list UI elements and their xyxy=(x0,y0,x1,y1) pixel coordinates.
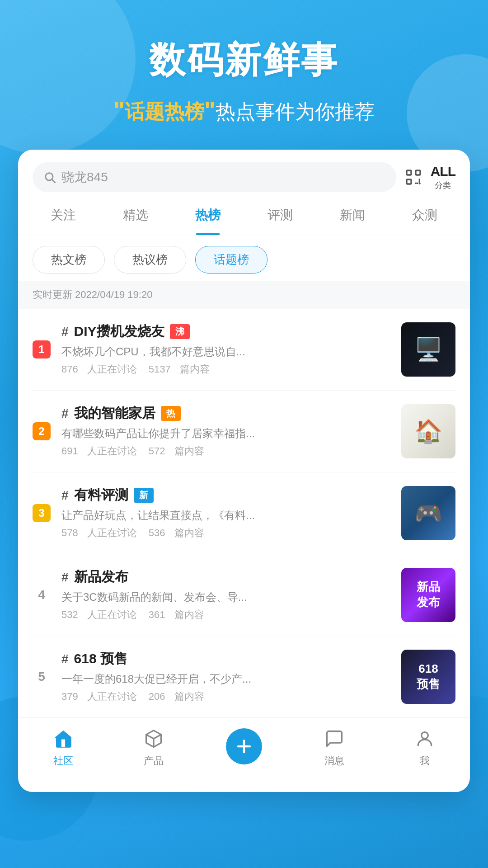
topic-desc-1: 不烧坏几个CPU，我都不好意思说自... xyxy=(61,344,390,359)
topic-item-4[interactable]: 4 # 新品发布 关于3C数码新品的新闻、发布会、导... 532人正在讨论 3… xyxy=(33,554,455,636)
nav-community[interactable]: 社区 xyxy=(18,727,108,768)
nav-add[interactable] xyxy=(199,728,289,766)
topic-img-4: 新品发布 xyxy=(401,568,455,622)
topic-name-3: 有料评测 xyxy=(74,486,128,505)
topic-title-row-4: # 新品发布 xyxy=(61,568,390,586)
scan-icon[interactable] xyxy=(404,167,423,187)
nav-community-label: 社区 xyxy=(53,754,73,768)
tab-review[interactable]: 评测 xyxy=(260,201,300,229)
topic-desc-3: 让产品好玩点，让结果直接点，《有料... xyxy=(61,508,390,523)
nav-messages[interactable]: 消息 xyxy=(289,727,380,768)
topic-content-2: # 我的智能家居 热 有哪些数码产品让你提升了居家幸福指... 691人正在讨论… xyxy=(61,404,390,458)
topic-name-5: 618 预售 xyxy=(74,650,127,668)
nav-messages-label: 消息 xyxy=(324,754,344,768)
topic-stats-3: 578人正在讨论 536篇内容 xyxy=(61,526,390,540)
quote-close: " xyxy=(204,97,216,123)
search-bar: 骁龙845 ALL 分类 xyxy=(18,150,470,201)
topic-name-2: 我的智能家居 xyxy=(74,404,155,423)
articles-4: 361篇内容 xyxy=(149,609,204,620)
search-icon xyxy=(43,171,56,184)
tab-follow[interactable]: 关注 xyxy=(43,201,83,229)
rank-badge-5: 5 xyxy=(33,668,51,686)
rank-badge-1: 1 xyxy=(33,340,51,359)
nav-products[interactable]: 产品 xyxy=(108,727,199,768)
topic-item-1[interactable]: 1 # DIY攒机发烧友 沸 不烧坏几个CPU，我都不好意思说自... 876人… xyxy=(33,309,455,391)
tab-crowdtest[interactable]: 众测 xyxy=(405,201,445,229)
topic-content-5: # 618 预售 一年一度的618大促已经开启，不少产... 379人正在讨论 … xyxy=(61,650,390,703)
topic-img-5: 618预售 xyxy=(401,650,455,704)
topic-title-row-3: # 有料评测 新 xyxy=(61,486,390,505)
topic-content-4: # 新品发布 关于3C数码新品的新闻、发布会、导... 532人正在讨论 361… xyxy=(61,568,390,622)
svg-point-13 xyxy=(422,732,428,739)
header-section: 数码新鲜事 "话题热榜"热点事件为你推荐 xyxy=(0,0,488,150)
svg-rect-2 xyxy=(407,170,411,175)
articles-1: 5137篇内容 xyxy=(149,363,210,375)
update-time: 实时更新 2022/04/19 19:20 xyxy=(18,281,470,309)
rank-badge-3: 3 xyxy=(33,504,51,522)
topic-stats-4: 532人正在讨论 361篇内容 xyxy=(61,608,390,622)
nav-products-label: 产品 xyxy=(144,754,164,768)
rank-badge-4: 4 xyxy=(33,586,51,604)
topic-desc-4: 关于3C数码新品的新闻、发布会、导... xyxy=(61,590,390,604)
hash-icon-3: # xyxy=(61,488,69,503)
articles-5: 206篇内容 xyxy=(149,691,204,702)
message-icon xyxy=(323,727,346,750)
category-label: 分类 xyxy=(435,180,451,191)
hash-icon-4: # xyxy=(61,570,69,585)
topic-item-3[interactable]: 3 # 有料评测 新 让产品好玩点，让结果直接点，《有料... 578人正在讨论… xyxy=(33,472,455,554)
topic-stats-5: 379人正在讨论 206篇内容 xyxy=(61,690,390,703)
discussing-5: 379人正在讨论 xyxy=(61,691,137,702)
discussing-1: 876人正在讨论 xyxy=(61,363,137,375)
search-input-wrap[interactable]: 骁龙845 xyxy=(33,162,396,192)
topic-stats-2: 691人正在讨论 572篇内容 xyxy=(61,444,390,458)
sub-tab-hot-discuss[interactable]: 热议榜 xyxy=(114,246,186,274)
topic-badge-2: 热 xyxy=(161,406,181,421)
topic-item-2[interactable]: 2 # 我的智能家居 热 有哪些数码产品让你提升了居家幸福指... 691人正在… xyxy=(33,391,455,472)
tab-news[interactable]: 新闻 xyxy=(333,201,372,229)
topic-list: 1 # DIY攒机发烧友 沸 不烧坏几个CPU，我都不好意思说自... 876人… xyxy=(18,309,470,717)
hash-icon-1: # xyxy=(61,325,69,339)
topic-img-1 xyxy=(401,322,455,377)
all-label: ALL xyxy=(431,164,455,179)
svg-rect-4 xyxy=(407,179,411,184)
topic-title-row-1: # DIY攒机发烧友 沸 xyxy=(61,322,390,341)
nav-profile-label: 我 xyxy=(420,754,430,768)
topic-content-3: # 有料评测 新 让产品好玩点，让结果直接点，《有料... 578人正在讨论 5… xyxy=(61,486,390,540)
subtitle-highlight: 话题热榜 xyxy=(125,100,204,123)
main-title: 数码新鲜事 xyxy=(27,36,461,85)
svg-line-8 xyxy=(418,182,420,184)
sub-tab-hot-articles[interactable]: 热文榜 xyxy=(33,246,105,274)
articles-2: 572篇内容 xyxy=(149,445,204,457)
nav-profile[interactable]: 我 xyxy=(380,727,470,768)
bottom-nav: 社区 产品 xyxy=(18,717,470,778)
svg-line-1 xyxy=(52,179,55,182)
user-icon xyxy=(413,727,436,750)
sub-title: "话题热榜"热点事件为你推荐 xyxy=(27,94,461,127)
topic-img-2 xyxy=(401,404,455,458)
topic-img-3 xyxy=(401,486,455,540)
topic-title-row-5: # 618 预售 xyxy=(61,650,390,668)
618-img-text: 618预售 xyxy=(417,661,440,692)
add-button[interactable] xyxy=(226,728,262,764)
discussing-2: 691人正在讨论 xyxy=(61,445,137,457)
svg-rect-3 xyxy=(416,170,420,175)
topic-content-1: # DIY攒机发烧友 沸 不烧坏几个CPU，我都不好意思说自... 876人正在… xyxy=(61,322,390,376)
tab-hot[interactable]: 热榜 xyxy=(188,201,228,229)
rank-badge-2: 2 xyxy=(33,422,51,440)
all-category-button[interactable]: ALL 分类 xyxy=(431,164,455,191)
tab-featured[interactable]: 精选 xyxy=(116,201,155,229)
topic-desc-2: 有哪些数码产品让你提升了居家幸福指... xyxy=(61,426,390,441)
hash-icon-2: # xyxy=(61,406,69,421)
topic-stats-1: 876人正在讨论 5137篇内容 xyxy=(61,363,390,376)
box-icon xyxy=(142,727,165,750)
discussing-3: 578人正在讨论 xyxy=(61,527,137,538)
home-icon xyxy=(52,727,75,750)
topic-item-5[interactable]: 5 # 618 预售 一年一度的618大促已经开启，不少产... 379人正在讨… xyxy=(33,636,455,717)
articles-3: 536篇内容 xyxy=(149,527,204,538)
sub-tab-topic[interactable]: 话题榜 xyxy=(195,246,267,274)
topic-badge-3: 新 xyxy=(134,488,154,503)
new-product-img-text: 新品发布 xyxy=(417,580,440,610)
main-card: 骁龙845 ALL 分类 关注 精选 热榜 评测 新闻 众测 xyxy=(18,150,470,792)
topic-desc-5: 一年一度的618大促已经开启，不少产... xyxy=(61,672,390,686)
topic-name-1: DIY攒机发烧友 xyxy=(74,322,164,341)
